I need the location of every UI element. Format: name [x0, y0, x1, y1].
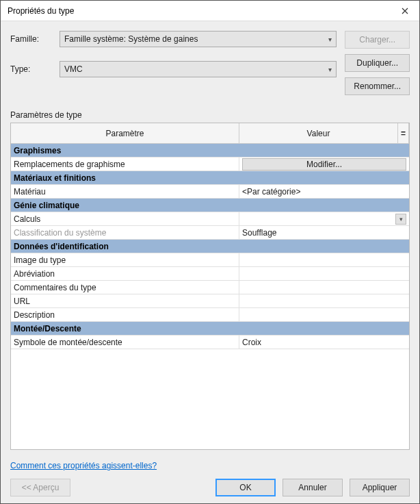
rename-button[interactable]: Renommer... — [345, 77, 410, 95]
close-button[interactable] — [391, 1, 419, 21]
category-materials[interactable]: Matériaux et finitions — [11, 171, 409, 185]
table-body: Graphismes Remplacements de graphisme Mo… — [11, 144, 409, 449]
value-type-image[interactable] — [239, 253, 409, 266]
dialog-title: Propriétés du type — [8, 6, 74, 16]
help-link[interactable]: Comment ces propriétés agissent-elles? — [10, 461, 410, 470]
param-calculations: Calculs — [11, 212, 239, 225]
param-graphic-overrides: Remplacements de graphisme — [11, 158, 239, 171]
table-row: Symbole de montée/descente Croix — [11, 336, 409, 349]
table-row: Abréviation — [11, 267, 409, 281]
type-properties-dialog: Propriétés du type Famille: Famille syst… — [0, 0, 420, 504]
titlebar: Propriétés du type — [1, 1, 419, 21]
family-dropdown[interactable]: Famille système: Système de gaines ▾ — [60, 31, 337, 47]
param-abbreviation: Abréviation — [11, 267, 239, 280]
params-table: Paramètre Valeur = Graphismes Remplaceme… — [10, 123, 410, 450]
param-type-image: Image du type — [11, 253, 239, 266]
table-row: Image du type — [11, 253, 409, 267]
header-value: Valeur — [239, 123, 398, 143]
param-description: Description — [11, 308, 239, 321]
cancel-button[interactable]: Annuler — [283, 479, 343, 496]
type-label: Type: — [10, 64, 49, 74]
ok-button[interactable]: OK — [215, 479, 276, 496]
table-row: Calculs ▾ — [11, 212, 409, 226]
param-url: URL — [11, 294, 239, 307]
param-system-classification: Classification du système — [11, 226, 239, 239]
table-row: Classification du système Soufflage — [11, 226, 409, 240]
edit-graphic-overrides-button[interactable]: Modifier... — [242, 158, 406, 171]
param-type-comments: Commentaires du type — [11, 281, 239, 294]
value-abbreviation[interactable] — [239, 267, 409, 280]
chevron-down-icon[interactable]: ▾ — [395, 214, 406, 225]
table-header: Paramètre Valeur = — [11, 123, 409, 144]
table-row: Remplacements de graphisme Modifier... — [11, 158, 409, 171]
value-risedrop-symbol[interactable]: Croix — [239, 336, 409, 349]
category-risedrop[interactable]: Montée/Descente — [11, 322, 409, 336]
chevron-down-icon: ▾ — [328, 66, 332, 73]
table-row: URL — [11, 294, 409, 308]
header-parameter: Paramètre — [11, 123, 239, 143]
table-row: Matériau <Par catégorie> — [11, 185, 409, 199]
close-icon — [402, 8, 408, 14]
param-risedrop-symbol: Symbole de montée/descente — [11, 336, 239, 349]
chevron-down-icon: ▾ — [328, 36, 332, 43]
value-system-classification: Soufflage — [239, 226, 409, 239]
value-material[interactable]: <Par catégorie> — [239, 185, 409, 198]
value-description[interactable] — [239, 308, 409, 321]
header-equals: = — [398, 123, 409, 143]
param-material: Matériau — [11, 185, 239, 198]
category-identity[interactable]: Données d'identification — [11, 240, 409, 253]
type-dropdown[interactable]: VMC ▾ — [60, 61, 337, 77]
dialog-footer: << Aperçu OK Annuler Appliquer — [10, 479, 410, 496]
value-url[interactable] — [239, 294, 409, 307]
preview-button: << Aperçu — [10, 479, 70, 496]
table-row: Description — [11, 308, 409, 322]
params-section-label: Paramètres de type — [10, 110, 410, 120]
duplicate-button[interactable]: Dupliquer... — [345, 54, 410, 72]
table-row: Commentaires du type — [11, 281, 409, 294]
category-graphics[interactable]: Graphismes — [11, 144, 409, 158]
load-button: Charger... — [345, 31, 410, 49]
apply-button[interactable]: Appliquer — [350, 479, 410, 496]
category-mechanical[interactable]: Génie climatique — [11, 199, 409, 212]
type-value: VMC — [64, 64, 83, 74]
value-calculations[interactable]: ▾ — [239, 212, 409, 225]
main-area: Famille: Famille système: Système de gai… — [1, 21, 419, 503]
value-type-comments[interactable] — [239, 281, 409, 294]
family-value: Famille système: Système de gaines — [64, 34, 198, 44]
family-label: Famille: — [10, 34, 49, 44]
